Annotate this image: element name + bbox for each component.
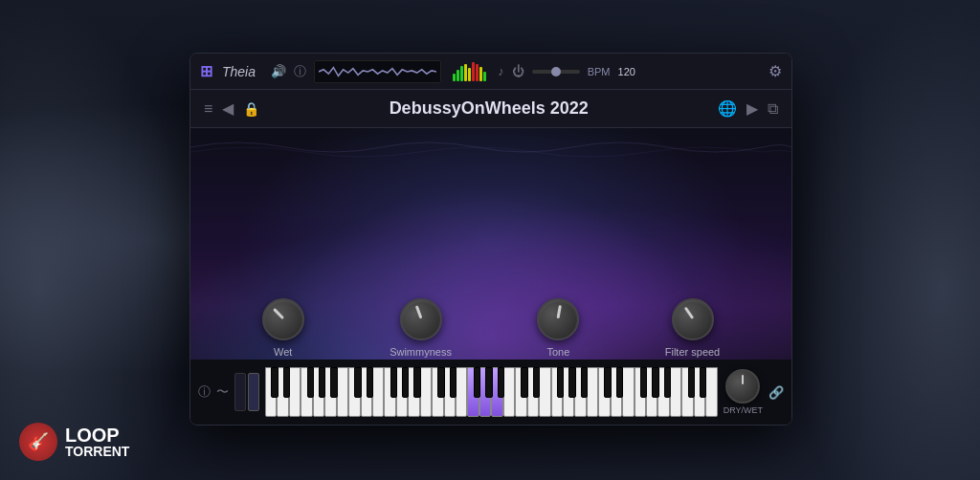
white-key-3[interactable] bbox=[301, 367, 312, 417]
pitch-slider[interactable] bbox=[532, 70, 580, 74]
octave-selector bbox=[234, 373, 259, 411]
white-key-16[interactable] bbox=[456, 367, 467, 417]
white-key-36[interactable] bbox=[694, 367, 705, 417]
tone-knob-group: Tone bbox=[537, 298, 579, 358]
white-key-5[interactable] bbox=[324, 367, 336, 417]
preset-list-icon[interactable]: ≡ bbox=[204, 100, 212, 118]
white-key-25[interactable] bbox=[563, 367, 574, 417]
logo-text: Theia bbox=[222, 64, 256, 79]
drywet-knob[interactable] bbox=[725, 369, 760, 404]
keyboard-section: ⓘ 〜 DRY/WET 🔗 bbox=[190, 360, 791, 425]
meter-bar-2 bbox=[457, 70, 459, 81]
meter-bar-6 bbox=[472, 62, 475, 81]
white-key-28[interactable] bbox=[598, 367, 610, 417]
level-meter bbox=[453, 62, 486, 81]
filter-speed-knob-group: Filter speed bbox=[665, 298, 720, 358]
white-key-2[interactable] bbox=[289, 367, 301, 417]
swimmyness-knob[interactable] bbox=[400, 298, 442, 340]
bg-figure-left bbox=[0, 0, 191, 480]
pitch-slider-thumb bbox=[551, 67, 561, 76]
white-key-6[interactable] bbox=[337, 367, 348, 417]
white-key-12[interactable] bbox=[408, 367, 419, 417]
meter-bar-1 bbox=[453, 74, 456, 81]
octave-block-1[interactable] bbox=[234, 373, 246, 411]
white-key-24[interactable] bbox=[551, 367, 563, 417]
main-content: Wet Swimmyness Tone Filter speed ⓘ 〜 bbox=[190, 128, 791, 425]
white-key-4[interactable] bbox=[313, 367, 324, 417]
preset-bar: ≡ ◀ 🔒 DebussyOnWheels 2022 🌐 ▶ ⧉ bbox=[190, 90, 791, 128]
white-key-9[interactable] bbox=[372, 367, 384, 417]
white-key-10[interactable] bbox=[384, 367, 395, 417]
white-key-37[interactable] bbox=[705, 367, 717, 417]
wet-knob-label: Wet bbox=[274, 346, 292, 358]
meter-bar-7 bbox=[476, 64, 479, 81]
preset-next-button[interactable]: ▶ bbox=[746, 99, 758, 118]
bpm-value: 120 bbox=[618, 66, 635, 77]
white-key-30[interactable] bbox=[622, 367, 634, 417]
link-icon[interactable]: 🔗 bbox=[768, 385, 784, 400]
wavy-lines bbox=[190, 128, 791, 166]
filter-speed-knob[interactable] bbox=[672, 298, 714, 340]
white-key-21[interactable] bbox=[515, 367, 526, 417]
volume-icon[interactable]: 🔊 bbox=[271, 64, 286, 78]
filter-speed-knob-label: Filter speed bbox=[665, 346, 720, 358]
waveform-display bbox=[314, 60, 441, 83]
preset-name: DebussyOnWheels 2022 bbox=[269, 98, 708, 119]
white-key-11[interactable] bbox=[396, 367, 408, 417]
tone-knob-label: Tone bbox=[546, 346, 569, 358]
bg-figure-right bbox=[789, 0, 980, 480]
white-key-15[interactable] bbox=[444, 367, 456, 417]
white-key-19[interactable] bbox=[491, 367, 502, 417]
meter-bar-4 bbox=[464, 64, 467, 81]
white-key-33[interactable] bbox=[657, 367, 669, 417]
logo-symbol-icon: ⊞ bbox=[200, 62, 212, 80]
preset-globe-icon[interactable]: 🌐 bbox=[718, 99, 737, 118]
settings-icon[interactable]: ⚙ bbox=[768, 62, 782, 80]
preset-prev-button[interactable]: ◀ bbox=[222, 99, 234, 118]
white-key-20[interactable] bbox=[503, 367, 515, 417]
white-key-18[interactable] bbox=[479, 367, 491, 417]
wet-knob-group: Wet bbox=[262, 298, 304, 358]
octave-block-2[interactable] bbox=[248, 373, 259, 411]
white-key-23[interactable] bbox=[539, 367, 550, 417]
white-key-34[interactable] bbox=[670, 367, 681, 417]
preset-layers-icon[interactable]: ⧉ bbox=[768, 100, 778, 118]
meter-bar-9 bbox=[483, 72, 486, 81]
meter-bar-5 bbox=[468, 68, 471, 81]
bpm-label: BPM bbox=[588, 66, 611, 77]
white-key-27[interactable] bbox=[587, 367, 598, 417]
logo-bottom-text: LOOP TORRENT bbox=[65, 425, 129, 458]
wet-knob[interactable] bbox=[262, 298, 304, 340]
power-icon[interactable]: ⏻ bbox=[512, 64, 524, 78]
white-key-31[interactable] bbox=[635, 367, 646, 417]
white-key-1[interactable] bbox=[277, 367, 288, 417]
tone-knob[interactable] bbox=[537, 298, 579, 340]
plugin-window: ⊞ Theia 🔊 ⓘ ♪ ⏻ BPM 120 ⚙ bbox=[189, 53, 792, 425]
top-bar: ⊞ Theia 🔊 ⓘ ♪ ⏻ BPM 120 ⚙ bbox=[190, 54, 791, 90]
white-key-0[interactable] bbox=[265, 367, 277, 417]
drywet-group: DRY/WET bbox=[724, 369, 763, 415]
white-key-17[interactable] bbox=[467, 367, 479, 417]
music-note-icon[interactable]: ♪ bbox=[498, 64, 504, 78]
knobs-section: Wet Swimmyness Tone Filter speed bbox=[190, 298, 791, 358]
white-key-22[interactable] bbox=[527, 367, 539, 417]
white-key-8[interactable] bbox=[361, 367, 372, 417]
white-key-14[interactable] bbox=[432, 367, 443, 417]
meter-bar-8 bbox=[479, 67, 482, 81]
white-key-26[interactable] bbox=[574, 367, 586, 417]
preset-lock-icon: 🔒 bbox=[243, 101, 259, 117]
info-icon[interactable]: ⓘ bbox=[294, 63, 306, 80]
branding-logo: 🎸 LOOP TORRENT bbox=[19, 423, 129, 461]
white-key-32[interactable] bbox=[646, 367, 657, 417]
piano-keyboard[interactable] bbox=[265, 367, 718, 417]
keyboard-info-icon[interactable]: ⓘ bbox=[198, 383, 211, 401]
white-key-29[interactable] bbox=[611, 367, 622, 417]
keyboard-wave-icon[interactable]: 〜 bbox=[216, 383, 229, 401]
meter-bar-3 bbox=[460, 66, 463, 81]
logo-loop-text: LOOP bbox=[65, 425, 129, 445]
swimmyness-knob-group: Swimmyness bbox=[390, 298, 452, 358]
swimmyness-knob-label: Swimmyness bbox=[390, 346, 452, 358]
white-key-7[interactable] bbox=[348, 367, 360, 417]
white-key-35[interactable] bbox=[681, 367, 693, 417]
white-key-13[interactable] bbox=[420, 367, 432, 417]
